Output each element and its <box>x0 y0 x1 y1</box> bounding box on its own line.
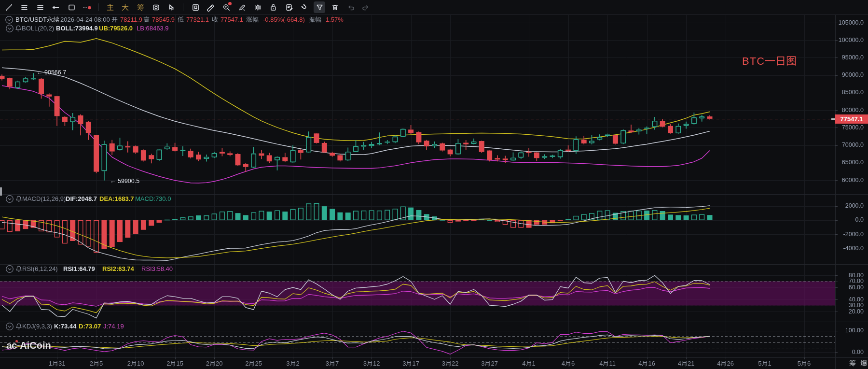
open-label <box>111 16 118 23</box>
time-axis-label: 327 <box>468 360 511 367</box>
macd-name[interactable]: MACD(12,26,9) <box>22 195 66 202</box>
cjk-glyph <box>720 360 727 367</box>
symbol-info-row: BTC/USDT 2026-04-24 08:00 78211.9 78545.… <box>0 16 482 24</box>
time-axis-label: 215 <box>153 360 197 367</box>
low-annotation: ← 59900.5 <box>110 178 139 184</box>
horizontal-lines-tool-button[interactable] <box>34 1 46 13</box>
rectangle-tool-button[interactable] <box>66 1 77 13</box>
cjk-glyph <box>111 16 118 23</box>
cjk-glyph <box>786 56 797 66</box>
amplitude-label <box>309 16 321 23</box>
price-axis-label: 105000.0 <box>839 19 864 26</box>
collapse-chevron-icon[interactable] <box>5 16 13 24</box>
kdj-d-value: D:73.07 <box>79 323 101 330</box>
change-value: -0.85%(-664.8) <box>263 16 305 23</box>
brush-dots-tool-button[interactable] <box>82 1 93 13</box>
liquidation-corner-button[interactable] <box>860 359 867 367</box>
cjk-glyph <box>603 360 609 367</box>
pattern-tool-button[interactable] <box>252 1 263 13</box>
cjk-glyph <box>775 56 786 66</box>
time-axis-label: 37 <box>311 360 354 367</box>
replay-tool-button[interactable] <box>150 1 162 13</box>
zoom-in-tool-button[interactable] <box>221 1 233 13</box>
rsi1-value: RSI1:64.79 <box>63 265 95 272</box>
main-chart-tool-button[interactable] <box>104 1 116 13</box>
chips-tool-button[interactable] <box>135 1 146 13</box>
macd-header-row: MACD(12,26,9) DIF:2048.7 DEA:1683.7 MACD… <box>0 195 289 203</box>
chart-title-note: BTC <box>742 55 797 68</box>
cjk-glyph <box>107 4 114 11</box>
alert-bell-icon[interactable] <box>15 25 21 32</box>
time-axis-label: 51 <box>743 360 786 367</box>
cjk-glyph <box>137 4 144 11</box>
cjk-glyph <box>252 16 259 23</box>
cjk-glyph <box>246 16 252 23</box>
aicoin-logo-text: ac <box>6 340 16 351</box>
boll-mid-value: BOLL:73994.9 <box>56 25 98 32</box>
alert-bell-icon[interactable] <box>16 323 22 330</box>
collapse-chevron-icon[interactable] <box>6 25 14 32</box>
time-axis-label: 421 <box>664 360 708 367</box>
logo-red-dot <box>15 340 18 342</box>
bookmark-tool-button[interactable] <box>190 1 201 13</box>
cjk-glyph <box>526 360 532 367</box>
signature-tool-button[interactable] <box>236 1 248 13</box>
time-axis-label: 416 <box>625 360 669 367</box>
kdj-name[interactable]: KDJ(9,3,3) <box>22 323 52 330</box>
cursor-off-tool-button[interactable] <box>166 1 178 13</box>
time-axis-label: 411 <box>586 360 629 367</box>
collapse-chevron-icon[interactable] <box>6 265 14 273</box>
chart-canvas[interactable] <box>0 0 868 369</box>
alert-bell-icon[interactable] <box>16 266 22 272</box>
macd-axis-label: 2000.0 <box>845 202 864 209</box>
high-value: 78545.9 <box>152 16 175 23</box>
cjk-glyph <box>849 360 856 367</box>
boll-lb-value: LB:68463.9 <box>137 25 169 32</box>
high-label <box>143 16 150 23</box>
price-axis-label: 75000.0 <box>842 124 864 131</box>
last-price-badge: 77547.1 <box>835 114 868 124</box>
cjk-glyph <box>212 16 218 23</box>
low-value: 77321.1 <box>186 16 209 23</box>
lock-open-tool-button[interactable] <box>268 1 279 13</box>
kdj-axis-label: 0.00 <box>852 349 864 355</box>
collapse-chevron-icon[interactable] <box>6 323 14 330</box>
time-axis-label: 312 <box>350 360 393 367</box>
cjk-glyph <box>762 360 768 367</box>
collapse-chevron-icon[interactable] <box>6 195 14 203</box>
change-label <box>246 16 259 23</box>
filter-tool-button[interactable] <box>314 1 325 13</box>
cjk-glyph <box>178 16 184 23</box>
chips-corner-button[interactable] <box>849 359 856 367</box>
kdj-axis-label: 100.00 <box>845 327 864 334</box>
cjk-glyph <box>801 360 807 367</box>
aicoin-logo: ac <box>6 340 16 351</box>
undo-tool-button[interactable] <box>345 1 357 13</box>
parallel-lines-tool-button[interactable] <box>19 1 30 13</box>
redo-tool-button[interactable] <box>359 1 371 13</box>
rsi-axis-label: 60.00 <box>849 284 864 291</box>
boll-header-row: BOLL(20,2) BOLL:73994.9 UB:79526.0 LB:68… <box>0 25 289 32</box>
cjk-glyph <box>329 360 335 367</box>
boll-name[interactable]: BOLL(20,2) <box>22 25 54 32</box>
cjk-glyph <box>406 360 412 367</box>
ruler-tool-button[interactable] <box>205 1 217 13</box>
high-annotation: ← 90566.7 <box>37 69 66 76</box>
symbol-name[interactable]: BTC/USDT <box>15 16 59 23</box>
time-axis-label: 322 <box>428 360 472 367</box>
magnet-tool-button[interactable] <box>299 1 310 13</box>
alert-bell-icon[interactable] <box>16 196 22 202</box>
horizontal-ray-tool-button[interactable] <box>50 1 61 13</box>
cjk-glyph <box>47 16 53 23</box>
big-chart-tool-button[interactable] <box>120 1 131 13</box>
note-edit-tool-button[interactable] <box>283 1 295 13</box>
trash-tool-button[interactable] <box>330 1 341 13</box>
rsi-name[interactable]: RSI(6,12,24) <box>22 265 58 272</box>
cjk-glyph <box>93 360 99 367</box>
toolbar-separator <box>183 3 183 11</box>
trend-line-tool-button[interactable] <box>3 1 14 13</box>
price-axis-label: 85000.0 <box>842 89 864 96</box>
macd-axis-label: 0.0 <box>855 216 864 223</box>
cjk-glyph <box>367 360 373 367</box>
cjk-glyph <box>445 360 452 367</box>
